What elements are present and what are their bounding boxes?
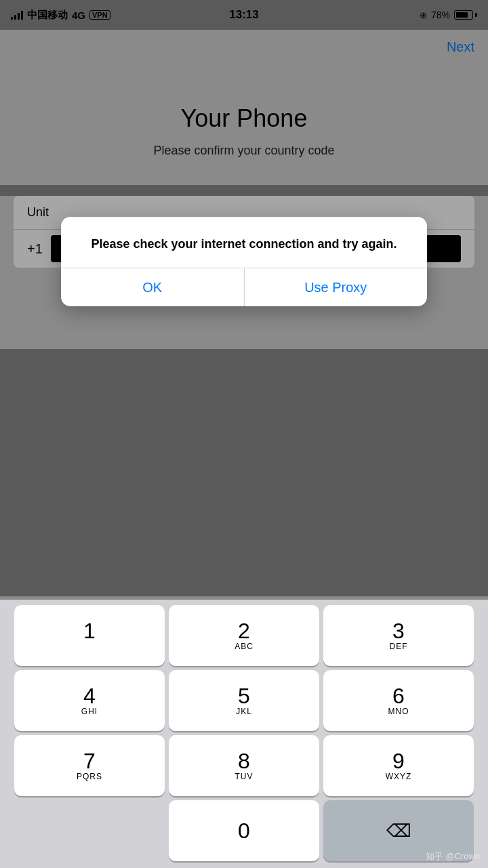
key-8-number: 8: [238, 750, 250, 772]
key-0[interactable]: 0: [169, 800, 319, 861]
key-0-number: 0: [238, 820, 250, 842]
key-2-number: 2: [238, 620, 250, 642]
key-5-letters: JKL: [236, 707, 252, 716]
key-3-letters: DEF: [390, 642, 408, 651]
key-8-letters: TUV: [235, 772, 253, 781]
key-5[interactable]: 5 JKL: [169, 670, 319, 731]
key-9-letters: WXYZ: [386, 772, 412, 781]
key-6-number: 6: [392, 685, 405, 707]
key-7-letters: PQRS: [77, 772, 102, 781]
alert-buttons: OK Use Proxy: [61, 268, 427, 306]
key-2[interactable]: 2 ABC: [169, 605, 319, 666]
key-8[interactable]: 8 TUV: [169, 735, 319, 796]
key-4[interactable]: 4 GHI: [14, 670, 165, 731]
key-3-number: 3: [392, 620, 405, 642]
key-9[interactable]: 9 WXYZ: [323, 735, 474, 796]
delete-icon: ⌫: [386, 821, 411, 842]
key-4-number: 4: [83, 685, 96, 707]
key-6-letters: MNO: [388, 707, 409, 716]
key-1-letters: [88, 642, 91, 651]
key-1[interactable]: 1: [14, 605, 165, 666]
key-empty: [14, 800, 165, 861]
alert-dialog: Please check your internet connection an…: [61, 217, 427, 306]
alert-proxy-button[interactable]: Use Proxy: [245, 268, 428, 306]
key-row-3: 7 PQRS 8 TUV 9 WXYZ: [3, 735, 485, 796]
watermark: 知乎 @Crown: [426, 850, 480, 863]
key-9-number: 9: [392, 750, 405, 772]
key-row-2: 4 GHI 5 JKL 6 MNO: [3, 670, 485, 731]
key-7[interactable]: 7 PQRS: [14, 735, 165, 796]
key-row-1: 1 2 ABC 3 DEF: [3, 605, 485, 666]
alert-message: Please check your internet connection an…: [61, 217, 427, 268]
key-5-number: 5: [238, 685, 250, 707]
key-6[interactable]: 6 MNO: [323, 670, 474, 731]
key-3[interactable]: 3 DEF: [323, 605, 474, 666]
key-2-letters: ABC: [235, 642, 253, 651]
alert-ok-button[interactable]: OK: [61, 268, 244, 306]
key-1-number: 1: [83, 620, 96, 642]
key-row-4: 0 ⌫: [3, 800, 485, 861]
key-4-letters: GHI: [81, 707, 98, 716]
key-7-number: 7: [83, 750, 96, 772]
keyboard: 1 2 ABC 3 DEF 4 GHI 5 JKL 6 MNO 7 PQRS: [0, 600, 488, 868]
